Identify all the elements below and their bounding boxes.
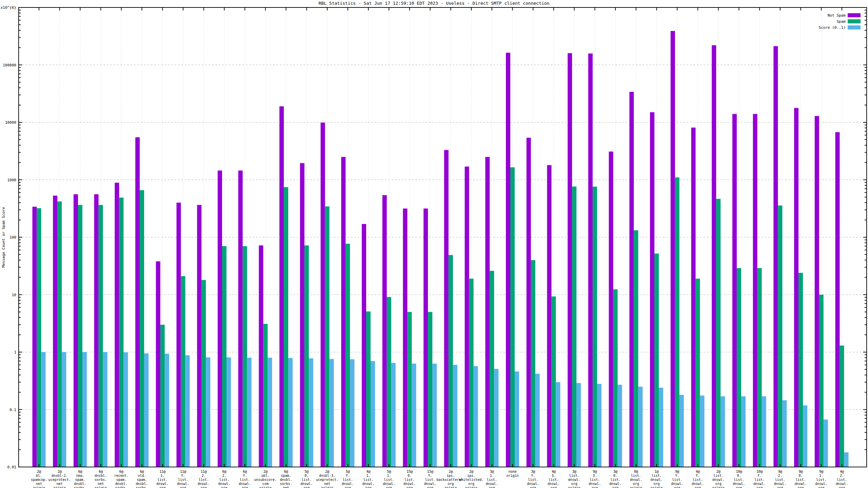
y-tick-label: 1 (14, 350, 16, 354)
x-tick-label: 6@ (140, 470, 144, 473)
x-tick-label: 2@ (325, 470, 329, 473)
bar-series (33, 31, 849, 467)
x-tick-label: ubl. (261, 474, 270, 477)
x-tick-label: dnswl. (650, 478, 663, 482)
bar-score-0-1 (247, 358, 252, 467)
bar-score-0-1 (144, 353, 149, 467)
x-tick-label: org (551, 486, 557, 488)
y-tick-label: 10 (12, 293, 16, 297)
x-tick-label: Y. (531, 474, 535, 477)
x-tick-label: 4@ (552, 470, 556, 473)
x-tick-label: ips. (467, 474, 475, 477)
bar-score-0-1 (618, 385, 622, 467)
x-tick-label: old. (138, 474, 146, 477)
x-tick-label: 2. (202, 474, 206, 477)
x-tick-label: 4@ (366, 470, 370, 473)
bar-not-spam (609, 151, 613, 467)
x-tick-label: list. (631, 474, 641, 477)
x-tick-label: org (407, 486, 413, 488)
x-tick-label: 0. (799, 474, 803, 477)
x-tick-label: list. (301, 478, 312, 482)
bar-score-0-1 (268, 358, 272, 467)
bar-not-spam (279, 106, 284, 467)
x-tick-label: 6@ (78, 470, 82, 473)
y-tick-label: 1000 (7, 178, 17, 182)
x-tick-label: dnswl. (548, 482, 560, 486)
bar-not-spam (197, 205, 201, 467)
bar-spam (222, 246, 226, 467)
x-tick-label: list. (569, 474, 579, 477)
x-tick-label: 2@ (37, 470, 41, 473)
bar-not-spam (218, 170, 222, 467)
x-tick-label: list. (837, 478, 847, 482)
bar-score-0-1 (741, 396, 746, 467)
x-tick-label: list. (240, 478, 250, 482)
x-tick-label: dnswl. (630, 478, 642, 482)
x-tick-label: dnsbl-3. (319, 474, 335, 477)
chart-title: RBL Statistics - Sat Jun 17 12:59:10 EDT… (319, 1, 550, 6)
x-tick-label: org (571, 482, 577, 486)
bar-score-0-1 (82, 352, 87, 467)
x-tick-label: list. (590, 478, 600, 482)
x-tick-label: origin (506, 474, 518, 477)
bar-spam (263, 324, 268, 467)
x-tick-label: org (633, 482, 639, 486)
x-tick-label: list. (672, 478, 682, 482)
x-tick-label: 2@ (716, 470, 721, 473)
x-tick-label: dnswl. (836, 482, 848, 486)
bar-spam (201, 280, 206, 467)
x-tick-label: org (201, 486, 207, 488)
x-tick-label: origin (445, 486, 457, 488)
bar-spam (593, 187, 597, 467)
bar-spam (284, 187, 288, 467)
bar-score-0-1 (371, 361, 375, 467)
bar-spam (243, 246, 247, 467)
bar-score-0-1 (41, 352, 46, 467)
legend-label-spam: Spam (837, 19, 846, 24)
x-tick-label: 6@ (243, 470, 247, 473)
x-tick-label: dnswl. (198, 482, 210, 486)
bar-spam (78, 205, 82, 467)
bar-not-spam (629, 92, 634, 467)
x-tick-label: org (592, 486, 598, 488)
x-tick-label: 6@ (284, 470, 288, 473)
y-tick-label: 100 (9, 235, 16, 240)
bar-score-0-1 (288, 358, 293, 467)
bar-spam (469, 279, 474, 467)
x-tick-label: dnswl. (609, 482, 622, 486)
x-tick-label: dnswl. (403, 482, 416, 486)
bar-spam (57, 201, 62, 467)
x-tick-label: list. (528, 478, 538, 482)
x-tick-label: origin (95, 486, 107, 488)
x-tick-label: Y. (428, 474, 432, 477)
x-tick-label: list. (693, 478, 703, 482)
x-tick-label: origin (321, 486, 333, 488)
x-tick-label: net (283, 486, 289, 488)
x-tick-label: dnsbl. (115, 482, 127, 486)
x-tick-label: none (508, 470, 516, 473)
x-tick-label: ips. (447, 474, 455, 477)
bar-not-spam (444, 150, 449, 467)
x-tick-label: list. (610, 478, 620, 482)
bar-not-spam (835, 132, 840, 467)
x-tick-label: org (798, 486, 804, 488)
bar-score-0-1 (185, 355, 190, 467)
bar-spam (634, 230, 638, 467)
bar-not-spam (588, 54, 593, 467)
x-tick-label: 1. (490, 474, 494, 477)
x-tick-label: whitelisted. (459, 478, 484, 482)
x-tick-label: org (777, 486, 783, 488)
x-tick-label: list. (713, 474, 724, 477)
x-tick-label: list. (651, 474, 662, 477)
x-tick-label: org (468, 482, 474, 486)
x-tick-label: origin (259, 486, 272, 488)
x-tick-label: net (98, 482, 104, 486)
bar-score-0-1 (803, 405, 807, 467)
x-tick-label: Y. (696, 474, 700, 477)
bar-score-0-1 (453, 365, 457, 467)
x-tick-label: dnswl. (815, 482, 827, 486)
x-tick-label: list. (199, 478, 209, 482)
x-tick-label: origin (568, 486, 580, 488)
x-tick-label: 1. (160, 474, 164, 477)
x-tick-label: uceprotect. (316, 478, 338, 482)
